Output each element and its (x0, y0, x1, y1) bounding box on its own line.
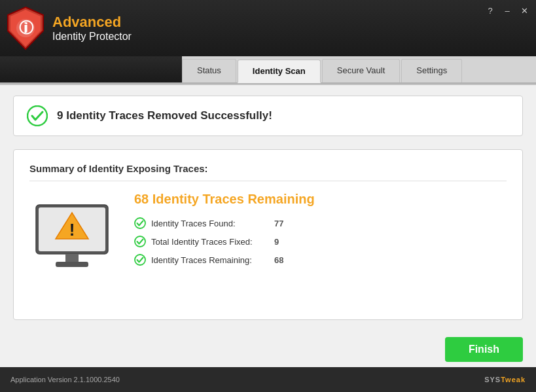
tab-settings[interactable]: Settings (401, 59, 462, 82)
check-icon-fixed (134, 236, 146, 247)
stat-value-fixed: 9 (274, 237, 279, 247)
svg-point-13 (135, 236, 145, 247)
stat-label-fixed: Total Identity Traces Fixed: (151, 237, 269, 247)
stat-row-found: Identity Traces Found: 77 (134, 217, 507, 229)
monitor-illustration: ! (29, 198, 115, 279)
brand-tweak: Tweak (501, 376, 526, 383)
traces-remaining-label: 68 Identity Traces Remaining (134, 192, 507, 207)
stat-value-found: 77 (274, 219, 283, 228)
success-banner: 9 Identity Traces Removed Successfully! (13, 96, 523, 136)
tab-bar: Status Identity Scan Secure Vault Settin… (0, 56, 536, 84)
stat-label-remaining: Identity Traces Remaining: (151, 255, 269, 265)
version-label: Application Version 2.1.1000.2540 (10, 376, 120, 383)
check-icon-remaining (134, 254, 146, 266)
success-message: 9 Identity Traces Removed Successfully! (57, 109, 272, 122)
svg-rect-11 (56, 262, 88, 267)
tab-status[interactable]: Status (182, 59, 236, 82)
summary-stats: 68 Identity Traces Remaining Identity Tr… (134, 192, 507, 272)
svg-point-14 (135, 255, 145, 265)
tab-secure-vault[interactable]: Secure Vault (322, 59, 400, 82)
svg-point-5 (27, 106, 47, 126)
summary-title: Summary of Identity Exposing Traces: (29, 163, 507, 181)
svg-text:!: ! (69, 220, 75, 240)
svg-point-12 (135, 218, 145, 228)
tab-identity-scan[interactable]: Identity Scan (238, 60, 321, 83)
brand-sys: SYS (484, 376, 501, 383)
help-button[interactable]: ? (484, 4, 497, 17)
bottom-actions: Finish (0, 328, 536, 367)
main-content: 9 Identity Traces Removed Successfully! … (0, 84, 536, 328)
close-button[interactable]: ✕ (518, 4, 531, 17)
stat-label-found: Identity Traces Found: (151, 219, 269, 228)
app-title-line2: Identity Protector (52, 31, 132, 43)
stat-row-fixed: Total Identity Traces Fixed: 9 (134, 236, 507, 247)
window-controls: ? – ✕ (484, 0, 531, 17)
finish-button[interactable]: Finish (445, 337, 523, 362)
brand-label: SYSTweak (484, 376, 526, 383)
footer: Application Version 2.1.1000.2540 SYSTwe… (0, 367, 536, 392)
title-bar: i ⓘ Advanced Identity Protector ? – ✕ (0, 0, 536, 56)
summary-card: Summary of Identity Exposing Traces: ! (13, 149, 523, 320)
minimize-button[interactable]: – (501, 4, 514, 17)
stat-row-remaining: Identity Traces Remaining: 68 (134, 254, 507, 266)
success-icon (27, 105, 48, 126)
svg-rect-10 (65, 254, 79, 262)
svg-text:ⓘ: ⓘ (19, 20, 34, 36)
app-title: Advanced Identity Protector (52, 14, 132, 43)
app-logo: i ⓘ (7, 6, 45, 50)
stat-value-remaining: 68 (274, 255, 283, 265)
check-icon-found (134, 217, 146, 229)
app-title-line1: Advanced (52, 14, 132, 31)
